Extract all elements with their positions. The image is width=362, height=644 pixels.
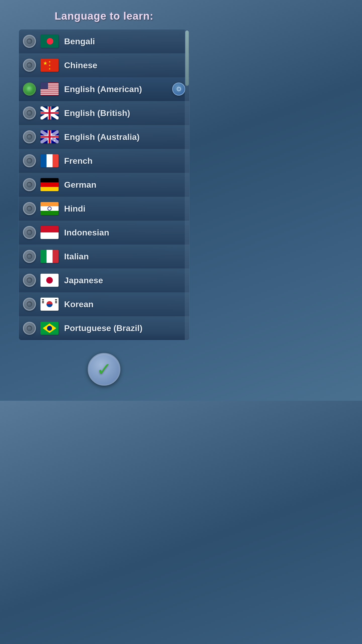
flag-china: ★ ★★★★	[40, 59, 59, 72]
language-item-english-american[interactable]: English (American) ⚙	[19, 77, 189, 101]
radio-inner-japanese	[27, 277, 32, 283]
language-name-bengali: Bengali	[64, 36, 185, 46]
radio-inner-german	[27, 182, 32, 187]
flag-france	[40, 154, 59, 167]
language-name-portuguese-brazil: Portuguese (Brazil)	[64, 323, 185, 333]
radio-italian[interactable]	[23, 250, 36, 263]
radio-portuguese-brazil[interactable]	[23, 322, 36, 335]
language-item-french[interactable]: French	[19, 149, 189, 173]
radio-inner-italian	[27, 254, 32, 259]
indonesia-red	[40, 226, 59, 232]
language-list: Bengali ★ ★★★★ Chinese English (American…	[19, 29, 189, 340]
radio-inner-korean	[27, 301, 32, 307]
brazil-circle	[47, 326, 52, 331]
language-name-indonesian: Indonesian	[64, 228, 185, 237]
india-orange	[40, 202, 59, 206]
radio-french[interactable]	[23, 154, 36, 167]
italy-red	[53, 250, 59, 263]
radio-inner-english-british	[27, 110, 32, 116]
brazil-diamond	[43, 324, 56, 333]
language-item-indonesian[interactable]: Indonesian	[19, 221, 189, 245]
france-red	[53, 154, 59, 167]
radio-inner-english-australia	[27, 134, 32, 140]
germany-black	[40, 178, 59, 182]
radio-japanese[interactable]	[23, 274, 36, 287]
korea-circle	[47, 301, 53, 307]
language-item-bengali[interactable]: Bengali	[19, 29, 189, 53]
aus-stars: ★★ ★	[50, 132, 57, 140]
radio-inner-chinese	[27, 62, 32, 68]
china-star-main: ★	[43, 61, 48, 66]
language-item-korean[interactable]: Korean	[19, 292, 189, 316]
uk-cross-red-v	[49, 106, 51, 119]
flag-indonesia	[40, 226, 59, 239]
checkmark-icon: ✓	[97, 360, 112, 378]
radio-inner-indonesian	[27, 230, 32, 235]
radio-korean[interactable]	[23, 298, 36, 311]
language-name-english-australia: English (Australia)	[64, 132, 185, 142]
korea-trigrams-left	[42, 299, 44, 305]
radio-chinese[interactable]	[23, 59, 36, 72]
germany-red	[40, 182, 59, 187]
language-item-chinese[interactable]: ★ ★★★★ Chinese	[19, 53, 189, 77]
korea-trigrams-right	[55, 299, 57, 305]
radio-indonesian[interactable]	[23, 226, 36, 239]
france-white	[47, 154, 53, 167]
language-name-german: German	[64, 180, 185, 190]
radio-inner-bengali	[27, 38, 32, 44]
flag-germany	[40, 178, 59, 191]
flag-korea	[40, 298, 59, 311]
language-item-english-british[interactable]: English (British)	[19, 101, 189, 125]
flag-japan	[40, 274, 59, 287]
confirm-button[interactable]: ✓	[88, 353, 120, 386]
radio-hindi[interactable]	[23, 202, 36, 215]
indonesia-white	[40, 232, 59, 239]
language-item-portuguese-brazil[interactable]: Portuguese (Brazil)	[19, 316, 189, 340]
radio-inner-english-american	[27, 86, 32, 92]
language-name-chinese: Chinese	[64, 60, 185, 70]
language-name-hindi: Hindi	[64, 204, 185, 214]
flag-uk	[40, 106, 59, 119]
radio-german[interactable]	[23, 178, 36, 191]
page-title: Language to learn:	[55, 10, 154, 22]
india-white	[40, 206, 59, 211]
language-item-hindi[interactable]: Hindi	[19, 197, 189, 221]
india-chakra	[48, 207, 52, 211]
germany-gold	[40, 187, 59, 191]
india-green	[40, 211, 59, 215]
flag-india	[40, 202, 59, 215]
language-name-korean: Korean	[64, 299, 185, 309]
language-name-french: French	[64, 156, 185, 166]
scrollbar-thumb[interactable]	[185, 30, 189, 86]
usa-canton	[40, 83, 48, 89]
radio-inner-french	[27, 158, 32, 164]
flag-australia: ★★ ★ ★	[40, 130, 59, 143]
china-stars-small: ★★★★	[49, 60, 51, 72]
language-item-english-australia[interactable]: ★★ ★ ★ English (Australia)	[19, 125, 189, 149]
radio-english-australia[interactable]	[23, 130, 36, 143]
italy-green	[40, 250, 47, 263]
italy-white	[47, 250, 53, 263]
language-item-japanese[interactable]: Japanese	[19, 268, 189, 292]
flag-usa	[40, 83, 59, 96]
radio-bengali[interactable]	[23, 35, 36, 48]
radio-english-british[interactable]	[23, 106, 36, 119]
language-name-english-american: English (American)	[64, 84, 172, 94]
flag-italy	[40, 250, 59, 263]
language-item-german[interactable]: German	[19, 173, 189, 197]
radio-inner-hindi	[27, 206, 32, 211]
language-name-japanese: Japanese	[64, 275, 185, 285]
language-name-italian: Italian	[64, 252, 185, 261]
radio-english-american[interactable]	[23, 83, 36, 96]
flag-brazil	[40, 322, 59, 335]
flag-bangladesh	[40, 35, 59, 48]
aus-star-bottom: ★	[53, 139, 56, 142]
language-name-english-british: English (British)	[64, 108, 185, 118]
scrollbar[interactable]	[185, 29, 189, 340]
language-list-container: Bengali ★ ★★★★ Chinese English (American…	[19, 29, 190, 340]
radio-inner-portuguese-brazil	[27, 326, 32, 331]
language-item-italian[interactable]: Italian	[19, 245, 189, 268]
france-blue	[40, 154, 47, 167]
settings-icon[interactable]: ⚙	[172, 83, 185, 96]
